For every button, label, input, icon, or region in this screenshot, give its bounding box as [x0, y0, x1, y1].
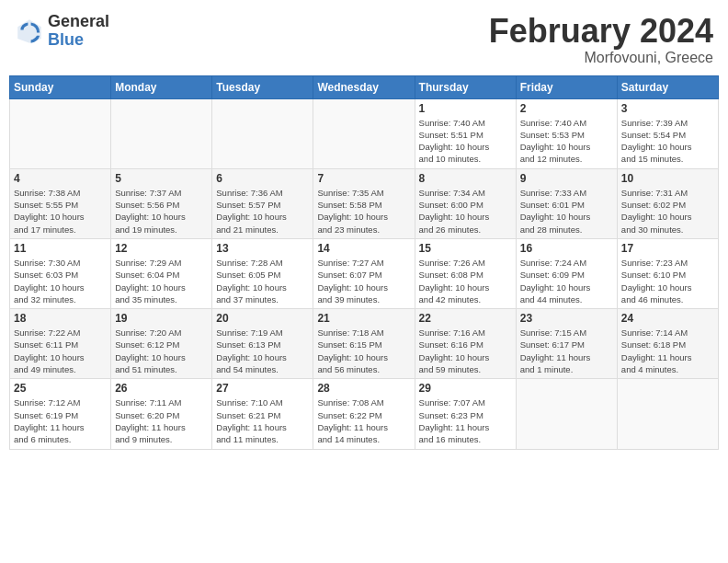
day-info: Sunrise: 7:07 AMSunset: 6:23 PMDaylight:… [419, 396, 512, 445]
week-row-2: 4Sunrise: 7:38 AMSunset: 5:55 PMDaylight… [10, 168, 719, 238]
calendar-cell: 2Sunrise: 7:40 AMSunset: 5:53 PMDaylight… [516, 98, 617, 168]
calendar-cell: 8Sunrise: 7:34 AMSunset: 6:00 PMDaylight… [415, 168, 516, 238]
calendar-title: February 2024 [489, 13, 713, 50]
calendar-cell [516, 379, 617, 449]
calendar-cell: 12Sunrise: 7:29 AMSunset: 6:04 PMDayligh… [111, 238, 212, 308]
calendar-cell: 1Sunrise: 7:40 AMSunset: 5:51 PMDaylight… [415, 98, 516, 168]
day-number: 4 [14, 172, 107, 185]
day-info: Sunrise: 7:29 AMSunset: 6:04 PMDaylight:… [115, 257, 208, 305]
calendar-cell [617, 379, 718, 449]
calendar-cell: 24Sunrise: 7:14 AMSunset: 6:18 PMDayligh… [617, 309, 718, 379]
day-info: Sunrise: 7:28 AMSunset: 6:05 PMDaylight:… [216, 257, 309, 305]
calendar-cell: 10Sunrise: 7:31 AMSunset: 6:02 PMDayligh… [617, 168, 718, 238]
calendar-cell: 15Sunrise: 7:26 AMSunset: 6:08 PMDayligh… [415, 238, 516, 308]
day-info: Sunrise: 7:18 AMSunset: 6:15 PMDaylight:… [317, 327, 410, 375]
calendar-cell: 16Sunrise: 7:24 AMSunset: 6:09 PMDayligh… [516, 238, 617, 308]
calendar-table: SundayMondayTuesdayWednesdayThursdayFrid… [9, 75, 719, 450]
calendar-subtitle: Morfovouni, Greece [489, 50, 713, 66]
day-number: 2 [520, 102, 613, 115]
title-block: February 2024 Morfovouni, Greece [489, 13, 713, 66]
calendar-cell: 25Sunrise: 7:12 AMSunset: 6:19 PMDayligh… [10, 379, 111, 449]
day-number: 14 [317, 242, 410, 255]
day-number: 12 [115, 242, 208, 255]
logo-general-text: General [48, 13, 109, 31]
day-number: 17 [621, 242, 714, 255]
week-row-3: 11Sunrise: 7:30 AMSunset: 6:03 PMDayligh… [10, 238, 719, 308]
day-info: Sunrise: 7:35 AMSunset: 5:58 PMDaylight:… [317, 187, 410, 236]
day-number: 28 [317, 382, 410, 395]
logo: General Blue [15, 13, 109, 50]
weekday-header-wednesday: Wednesday [313, 75, 415, 98]
day-info: Sunrise: 7:30 AMSunset: 6:03 PMDaylight:… [14, 257, 107, 305]
day-number: 10 [621, 172, 714, 185]
day-number: 18 [14, 312, 107, 325]
day-number: 1 [419, 102, 512, 115]
day-number: 29 [419, 382, 512, 395]
day-number: 8 [419, 172, 512, 185]
day-info: Sunrise: 7:10 AMSunset: 6:21 PMDaylight:… [216, 396, 309, 445]
day-info: Sunrise: 7:38 AMSunset: 5:55 PMDaylight:… [14, 187, 107, 236]
day-number: 27 [216, 382, 309, 395]
day-number: 15 [419, 242, 512, 255]
day-number: 25 [14, 382, 107, 395]
day-number: 16 [520, 242, 613, 255]
day-info: Sunrise: 7:20 AMSunset: 6:12 PMDaylight:… [115, 327, 208, 375]
calendar-cell: 28Sunrise: 7:08 AMSunset: 6:22 PMDayligh… [313, 379, 415, 449]
header: General Blue February 2024 Morfovouni, G… [9, 9, 719, 70]
calendar-cell: 18Sunrise: 7:22 AMSunset: 6:11 PMDayligh… [10, 309, 111, 379]
calendar-cell: 9Sunrise: 7:33 AMSunset: 6:01 PMDaylight… [516, 168, 617, 238]
week-row-1: 1Sunrise: 7:40 AMSunset: 5:51 PMDaylight… [10, 98, 719, 168]
calendar-cell: 11Sunrise: 7:30 AMSunset: 6:03 PMDayligh… [10, 238, 111, 308]
calendar-cell: 21Sunrise: 7:18 AMSunset: 6:15 PMDayligh… [313, 309, 415, 379]
calendar-cell: 27Sunrise: 7:10 AMSunset: 6:21 PMDayligh… [212, 379, 313, 449]
day-info: Sunrise: 7:39 AMSunset: 5:54 PMDaylight:… [621, 117, 714, 166]
day-number: 7 [317, 172, 410, 185]
day-info: Sunrise: 7:23 AMSunset: 6:10 PMDaylight:… [621, 257, 714, 305]
calendar-cell: 26Sunrise: 7:11 AMSunset: 6:20 PMDayligh… [111, 379, 212, 449]
day-info: Sunrise: 7:12 AMSunset: 6:19 PMDaylight:… [14, 396, 107, 445]
calendar-cell: 17Sunrise: 7:23 AMSunset: 6:10 PMDayligh… [617, 238, 718, 308]
week-row-4: 18Sunrise: 7:22 AMSunset: 6:11 PMDayligh… [10, 309, 719, 379]
day-number: 20 [216, 312, 309, 325]
calendar-cell: 29Sunrise: 7:07 AMSunset: 6:23 PMDayligh… [415, 379, 516, 449]
weekday-header-saturday: Saturday [617, 75, 718, 98]
calendar-cell [111, 98, 212, 168]
day-info: Sunrise: 7:22 AMSunset: 6:11 PMDaylight:… [14, 327, 107, 375]
day-number: 13 [216, 242, 309, 255]
calendar-cell: 19Sunrise: 7:20 AMSunset: 6:12 PMDayligh… [111, 309, 212, 379]
day-number: 24 [621, 312, 714, 325]
day-info: Sunrise: 7:24 AMSunset: 6:09 PMDaylight:… [520, 257, 613, 305]
day-info: Sunrise: 7:40 AMSunset: 5:51 PMDaylight:… [419, 117, 512, 166]
calendar-cell: 6Sunrise: 7:36 AMSunset: 5:57 PMDaylight… [212, 168, 313, 238]
weekday-header-sunday: Sunday [10, 75, 111, 98]
day-info: Sunrise: 7:08 AMSunset: 6:22 PMDaylight:… [317, 396, 410, 445]
day-number: 5 [115, 172, 208, 185]
day-info: Sunrise: 7:15 AMSunset: 6:17 PMDaylight:… [520, 327, 613, 375]
calendar-cell: 7Sunrise: 7:35 AMSunset: 5:58 PMDaylight… [313, 168, 415, 238]
day-number: 9 [520, 172, 613, 185]
calendar-cell: 23Sunrise: 7:15 AMSunset: 6:17 PMDayligh… [516, 309, 617, 379]
weekday-header-friday: Friday [516, 75, 617, 98]
calendar-cell: 22Sunrise: 7:16 AMSunset: 6:16 PMDayligh… [415, 309, 516, 379]
calendar-cell [313, 98, 415, 168]
calendar-cell [10, 98, 111, 168]
day-number: 6 [216, 172, 309, 185]
day-info: Sunrise: 7:26 AMSunset: 6:08 PMDaylight:… [419, 257, 512, 305]
day-info: Sunrise: 7:36 AMSunset: 5:57 PMDaylight:… [216, 187, 309, 236]
day-number: 23 [520, 312, 613, 325]
weekday-header-tuesday: Tuesday [212, 75, 313, 98]
logo-icon [15, 17, 44, 46]
day-number: 11 [14, 242, 107, 255]
calendar-cell: 5Sunrise: 7:37 AMSunset: 5:56 PMDaylight… [111, 168, 212, 238]
calendar-cell: 4Sunrise: 7:38 AMSunset: 5:55 PMDaylight… [10, 168, 111, 238]
day-info: Sunrise: 7:27 AMSunset: 6:07 PMDaylight:… [317, 257, 410, 305]
logo-text: General Blue [48, 13, 109, 50]
calendar-cell: 20Sunrise: 7:19 AMSunset: 6:13 PMDayligh… [212, 309, 313, 379]
day-info: Sunrise: 7:31 AMSunset: 6:02 PMDaylight:… [621, 187, 714, 236]
day-info: Sunrise: 7:34 AMSunset: 6:00 PMDaylight:… [419, 187, 512, 236]
day-info: Sunrise: 7:14 AMSunset: 6:18 PMDaylight:… [621, 327, 714, 375]
day-number: 21 [317, 312, 410, 325]
day-info: Sunrise: 7:19 AMSunset: 6:13 PMDaylight:… [216, 327, 309, 375]
day-number: 3 [621, 102, 714, 115]
day-number: 22 [419, 312, 512, 325]
